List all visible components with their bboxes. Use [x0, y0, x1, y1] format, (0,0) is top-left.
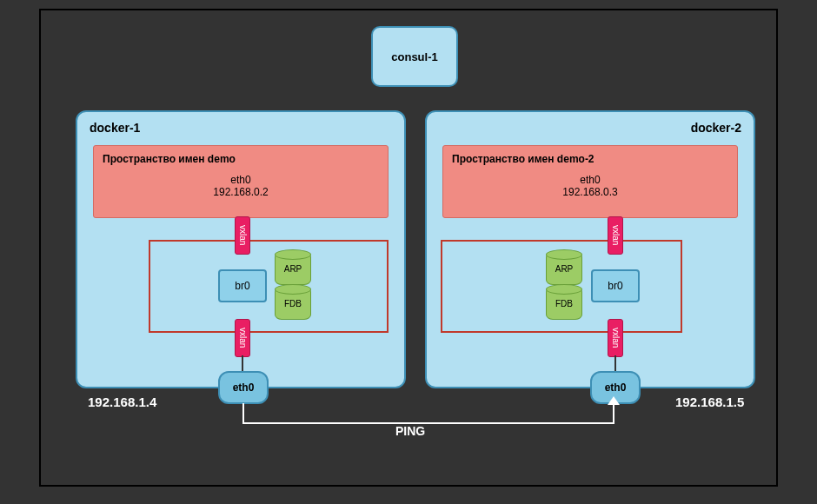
host-ip-2: 192.168.1.5 [675, 395, 744, 409]
db-stack-1: ARP FDB [275, 252, 311, 322]
ping-arrowhead-icon [608, 396, 620, 405]
arp-db-1: ARP [275, 252, 311, 285]
vxlan-tunnel-2-top: vxlan [608, 216, 623, 255]
docker-host-1: docker-1 Пространство имен demo eth0 192… [76, 110, 406, 388]
arp-db-2: ARP [546, 252, 582, 285]
fdb-db-1: FDB [275, 287, 311, 320]
ping-arrow-seg [242, 422, 614, 424]
namespace-demo-2-title: Пространство имен demo-2 [443, 153, 737, 165]
namespace-demo: Пространство имен demo eth0 192.168.0.2 [93, 145, 389, 218]
namespace-demo-2-iface: eth0 [443, 174, 737, 186]
bridge-br0-2: br0 [591, 269, 640, 302]
vxlan-tunnel-1-top: vxlan [235, 216, 250, 255]
ping-arrow-seg [242, 403, 244, 424]
namespace-demo-iface: eth0 [94, 174, 388, 186]
ping-label: PING [395, 424, 425, 438]
docker-host-2: docker-2 Пространство имен demo-2 eth0 1… [425, 110, 755, 388]
namespace-demo-ip: 192.168.0.2 [94, 186, 388, 198]
namespace-demo-2-ip: 192.168.0.3 [443, 186, 737, 198]
docker-2-title: docker-2 [691, 121, 741, 135]
db-stack-2: ARP FDB [546, 252, 582, 322]
vxlan-tunnel-2-bottom: vxlan [608, 319, 623, 357]
overlay-network-boundary-1 [149, 240, 389, 333]
bridge-br0-1: br0 [218, 269, 267, 302]
host-eth0-1: eth0 [218, 371, 269, 404]
ping-arrow-seg [613, 403, 614, 424]
namespace-demo-title: Пространство имен demo [94, 153, 388, 165]
diagram-canvas: consul-1 docker-1 Пространство имен demo… [39, 9, 778, 487]
consul-node: consul-1 [371, 26, 458, 87]
vxlan-tunnel-1-bottom: vxlan [235, 319, 250, 357]
host-ip-1: 192.168.1.4 [88, 395, 156, 409]
consul-label: consul-1 [391, 50, 437, 63]
fdb-db-2: FDB [546, 287, 582, 320]
docker-1-title: docker-1 [90, 121, 140, 135]
connector-1 [242, 355, 243, 373]
connector-2 [614, 355, 616, 373]
namespace-demo-2: Пространство имен demo-2 eth0 192.168.0.… [442, 145, 738, 218]
